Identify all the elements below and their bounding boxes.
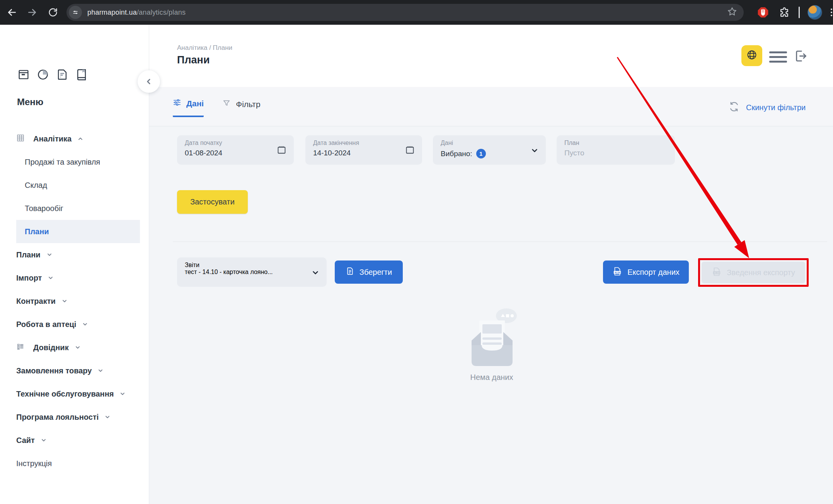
sidebar-item-sales-purchases[interactable]: Продажі та закупівля [0, 150, 149, 174]
sidebar-item-maintenance[interactable]: Технічне обслуговування [0, 382, 149, 405]
sidebar-item-label: Технічне обслуговування [16, 390, 114, 398]
reset-filters-button[interactable]: Скинути фільтри [729, 101, 806, 114]
language-button[interactable] [741, 45, 762, 66]
sidebar-item-label: Плани [16, 250, 41, 259]
sidebar-collapse-button[interactable] [138, 70, 160, 93]
site-info-icon[interactable] [69, 6, 82, 19]
url-host: pharmapoint.ua [87, 9, 137, 16]
page-header [149, 25, 833, 87]
chevron-down-icon [119, 390, 126, 399]
tabs: Дані Фільтр [173, 98, 261, 117]
empty-state: Нема даних [459, 306, 524, 382]
sidebar-item-label: Склад [25, 181, 47, 190]
chevron-down-icon [47, 274, 54, 283]
browser-toolbar: pharmapoint.ua/analytics/plans [0, 0, 833, 25]
toolbar-divider [799, 7, 800, 18]
calendar-icon[interactable] [405, 145, 415, 157]
chevron-up-icon [77, 135, 84, 144]
sidebar-item-label: Продажі та закупівля [25, 158, 100, 167]
browser-forward-icon[interactable] [26, 6, 39, 19]
sidebar: Меню Аналітика Продажі та закупівля Скла… [0, 25, 149, 504]
chevron-down-icon [74, 344, 81, 353]
app-root: pharmapoint.ua/analytics/plans Меню [0, 0, 833, 504]
sidebar-item-label: Сайт [16, 436, 35, 445]
page-title: Плани [177, 54, 210, 66]
xlsx-file-icon: XLSX [612, 266, 622, 278]
export-data-button[interactable]: XLSX Експорт даних [603, 261, 689, 284]
start-date-label: Дата початку [185, 140, 286, 146]
adblock-extension-icon[interactable] [757, 6, 769, 19]
sidebar-nav: Аналітика Продажі та закупівля Склад Тов… [0, 127, 149, 475]
tab-filter-label: Фільтр [236, 100, 260, 109]
sidebar-item-loyalty-program[interactable]: Програма лояльності [0, 405, 149, 429]
sidebar-item-plans-section[interactable]: Плани [0, 243, 149, 266]
start-date-field[interactable]: Дата початку 01-08-2024 [177, 135, 294, 165]
browser-back-icon[interactable] [5, 6, 19, 19]
data-select-value: Вибрано: 1 [441, 149, 538, 158]
reports-select[interactable]: Звіти тест - 14.10 - карточка лояно... [177, 257, 327, 287]
extensions-puzzle-icon[interactable] [778, 7, 790, 18]
tab-data[interactable]: Дані [173, 98, 204, 117]
sidebar-item-label: Робота в аптеці [16, 320, 76, 329]
sidebar-item-label: Імпорт [16, 274, 42, 283]
menu-toggle-icon[interactable] [769, 51, 787, 63]
svg-text:XLSX: XLSX [714, 271, 720, 274]
archive-box-icon[interactable] [17, 68, 30, 83]
logout-icon[interactable] [793, 49, 808, 65]
plan-select-label: План [564, 140, 667, 146]
document-icon[interactable] [56, 68, 69, 83]
sidebar-item-site[interactable]: Сайт [0, 429, 149, 452]
chevron-down-icon[interactable] [530, 145, 540, 157]
tab-filter[interactable]: Фільтр [222, 98, 260, 117]
browser-reload-icon[interactable] [46, 6, 60, 19]
sidebar-item-contracts[interactable]: Контракти [0, 289, 149, 313]
sidebar-item-label: Контракти [16, 297, 56, 306]
sidebar-item-goods-order[interactable]: Замовлення товару [0, 359, 149, 382]
address-bar[interactable]: pharmapoint.ua/analytics/plans [66, 4, 744, 21]
xlsx-file-icon: XLSX [712, 267, 722, 279]
browser-menu-icon[interactable] [831, 9, 832, 16]
chevron-down-icon [61, 298, 68, 306]
data-select-value-text: Вибрано: [441, 150, 472, 158]
start-date-value: 01-08-2024 [185, 149, 286, 157]
sidebar-item-label: Плани [25, 227, 49, 236]
pie-chart-icon[interactable] [36, 68, 49, 83]
data-select-field[interactable]: Дані Вибрано: 1 [433, 135, 546, 165]
sidebar-item-directory[interactable]: Довідник [0, 336, 149, 359]
document-icon [346, 267, 354, 278]
sidebar-item-label: Програма лояльності [16, 413, 99, 422]
sidebar-item-plans-active[interactable]: Плани [16, 220, 140, 243]
profile-avatar[interactable] [807, 5, 822, 20]
end-date-field[interactable]: Дата закінчення 14-10-2024 [305, 135, 422, 165]
sidebar-item-turnover[interactable]: Товарообіг [0, 197, 149, 220]
breadcrumb: Аналітика / Плани [177, 44, 232, 52]
chevron-down-icon [82, 321, 89, 330]
reset-filters-label: Скинути фільтри [746, 103, 806, 112]
refresh-icon [729, 101, 739, 114]
bookmark-star-icon[interactable] [727, 6, 738, 19]
data-select-label: Дані [441, 140, 538, 146]
menu-heading: Меню [17, 97, 43, 107]
save-button[interactable]: Зберегти [335, 261, 403, 284]
globe-icon [746, 49, 757, 62]
plan-select-field[interactable]: План Пусто [557, 135, 675, 165]
sidebar-item-instruction[interactable]: Інструкція [0, 452, 149, 475]
grid-icon [16, 134, 25, 144]
book-icon[interactable] [75, 68, 88, 83]
export-summary-button[interactable]: XLSX Зведення експорту [702, 262, 805, 283]
sidebar-item-analytics[interactable]: Аналітика [0, 127, 149, 150]
url-path: /analytics/plans [137, 9, 186, 16]
chevron-down-icon[interactable] [310, 267, 320, 279]
sidebar-item-import[interactable]: Імпорт [0, 266, 149, 289]
end-date-label: Дата закінчення [313, 140, 414, 146]
empty-state-text: Нема даних [459, 373, 524, 382]
sidebar-item-label: Аналітика [33, 135, 72, 143]
end-date-value: 14-10-2024 [313, 149, 414, 157]
sidebar-item-warehouse[interactable]: Склад [0, 174, 149, 197]
calendar-icon[interactable] [276, 145, 287, 157]
url-text: pharmapoint.ua/analytics/plans [87, 9, 186, 17]
sidebar-item-label: Замовлення товару [16, 366, 92, 375]
apply-button[interactable]: Застосувати [177, 190, 248, 214]
list-icon [16, 342, 25, 353]
sidebar-item-pharmacy-work[interactable]: Робота в аптеці [0, 313, 149, 336]
